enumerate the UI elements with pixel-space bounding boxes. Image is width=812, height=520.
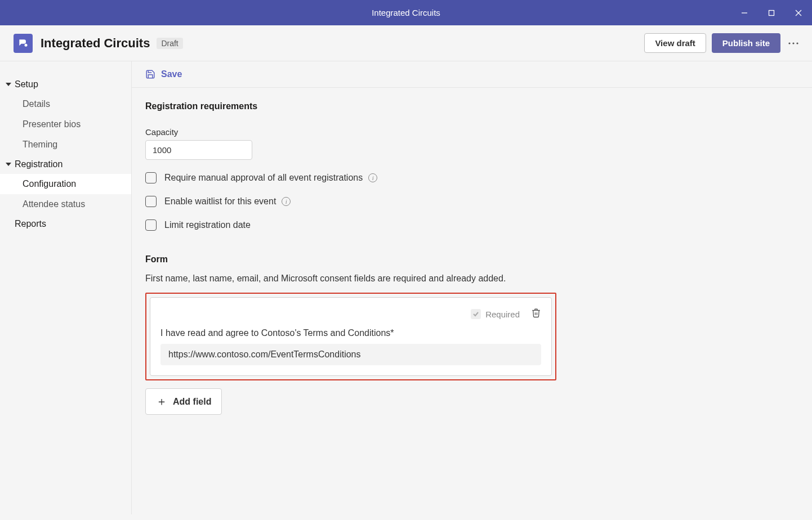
main-content: Save Registration requirements Capacity …: [132, 61, 812, 514]
plus-icon: ＋: [156, 394, 167, 409]
svg-point-5: [788, 42, 790, 44]
section-heading-form: Form: [145, 254, 798, 265]
publish-site-button[interactable]: Publish site: [712, 33, 780, 53]
svg-point-7: [796, 42, 798, 44]
save-icon: [145, 69, 155, 79]
delete-icon[interactable]: [531, 308, 541, 320]
section-heading-registration: Registration requirements: [145, 101, 798, 111]
checkbox-label: Limit registration date: [164, 220, 251, 230]
required-checkbox-icon[interactable]: [471, 309, 481, 319]
info-icon[interactable]: i: [368, 173, 377, 182]
form-field-card[interactable]: Required I have read and agree to Contos…: [150, 297, 552, 376]
form-description: First name, last name, email, and Micros…: [145, 274, 798, 284]
svg-point-4: [25, 43, 28, 46]
save-button[interactable]: Save: [161, 69, 182, 79]
window-controls: [731, 0, 812, 25]
sidebar-label: Registration: [15, 159, 63, 169]
more-icon[interactable]: [788, 42, 798, 44]
sidebar-label: Setup: [15, 79, 38, 89]
required-label: Required: [485, 310, 520, 319]
status-badge: Draft: [157, 38, 182, 49]
minimize-icon[interactable]: [731, 0, 758, 25]
window-title: Integrated Circuits: [372, 8, 440, 17]
checkbox-row-waitlist[interactable]: Enable waitlist for this event i: [145, 196, 798, 207]
app-icon: [14, 34, 33, 53]
maximize-icon[interactable]: [758, 0, 785, 25]
chevron-down-icon: [6, 162, 11, 167]
svg-marker-8: [6, 83, 11, 86]
savebar: Save: [132, 61, 812, 88]
page-header: Integrated Circuits Draft View draft Pub…: [0, 25, 812, 61]
sidebar-group-registration[interactable]: Registration: [0, 155, 131, 174]
highlight-annotation: Required I have read and agree to Contos…: [145, 293, 556, 380]
sidebar-item-reports[interactable]: Reports: [0, 214, 131, 234]
form-field-text: I have read and agree to Contoso's Terms…: [160, 328, 541, 338]
sidebar-item-attendee-status[interactable]: Attendee status: [0, 194, 131, 214]
sidebar-item-details[interactable]: Details: [0, 94, 131, 114]
sidebar-label: Reports: [15, 219, 46, 229]
add-field-label: Add field: [173, 397, 211, 407]
checkbox-icon[interactable]: [145, 172, 157, 183]
svg-point-6: [792, 42, 794, 44]
capacity-input[interactable]: [145, 140, 252, 160]
sidebar-item-configuration[interactable]: Configuration: [0, 174, 131, 194]
titlebar: Integrated Circuits: [0, 0, 812, 25]
checkbox-icon[interactable]: [145, 196, 157, 207]
info-icon[interactable]: i: [282, 197, 291, 206]
svg-marker-9: [6, 163, 11, 166]
checkbox-label: Enable waitlist for this event: [164, 196, 276, 207]
sidebar: Setup Details Presenter bios Theming Reg…: [0, 61, 132, 514]
svg-rect-1: [769, 10, 774, 15]
add-field-button[interactable]: ＋ Add field: [145, 388, 222, 415]
close-icon[interactable]: [785, 0, 812, 25]
chevron-down-icon: [6, 82, 11, 87]
sidebar-item-presenter-bios[interactable]: Presenter bios: [0, 114, 131, 135]
capacity-label: Capacity: [145, 127, 798, 137]
page-title: Integrated Circuits: [41, 36, 150, 51]
checkbox-row-manual-approval[interactable]: Require manual approval of all event reg…: [145, 172, 798, 183]
sidebar-item-theming[interactable]: Theming: [0, 135, 131, 155]
checkbox-label: Require manual approval of all event reg…: [164, 173, 363, 183]
checkbox-row-limit-date[interactable]: Limit registration date: [145, 219, 798, 231]
sidebar-group-setup[interactable]: Setup: [0, 75, 131, 94]
form-field-url-input[interactable]: [160, 344, 541, 365]
view-draft-button[interactable]: View draft: [644, 33, 706, 53]
checkbox-icon[interactable]: [145, 219, 157, 231]
